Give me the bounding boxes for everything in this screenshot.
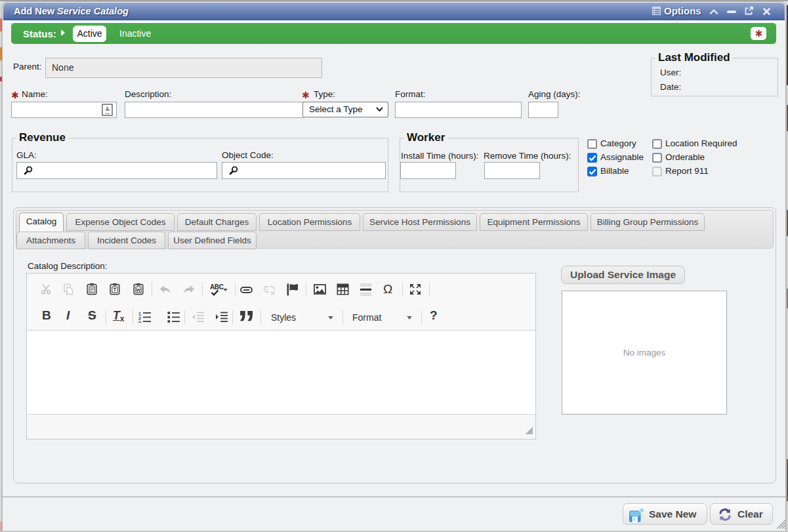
svg-text:2: 2 [138, 316, 141, 321]
svg-text:1: 1 [138, 312, 141, 316]
